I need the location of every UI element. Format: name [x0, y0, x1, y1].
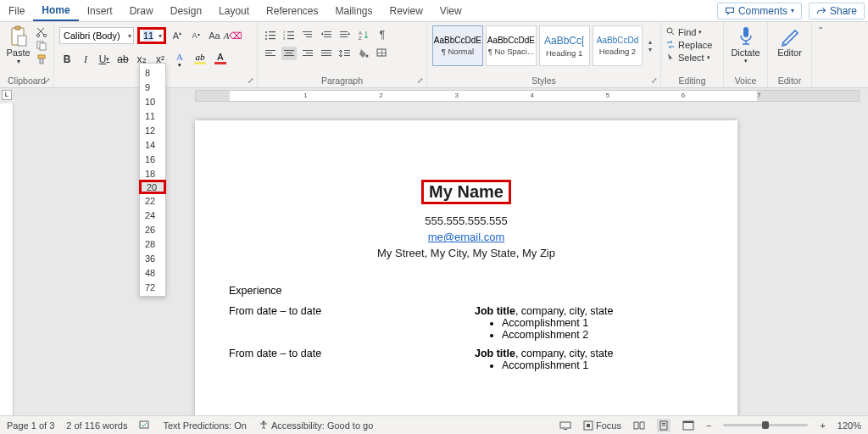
page[interactable]: My Name 555.555.555.555 me@email.com My …	[195, 120, 737, 415]
tab-review[interactable]: Review	[381, 2, 431, 20]
font-size-option-22[interactable]: 22	[140, 193, 165, 208]
multilevel-list-button[interactable]	[300, 28, 315, 42]
font-size-option-48[interactable]: 48	[140, 265, 165, 280]
cut-button[interactable]	[35, 26, 48, 38]
web-layout-button[interactable]	[682, 420, 694, 431]
decrease-indent-button[interactable]	[319, 28, 334, 42]
replace-button[interactable]: Replace	[666, 38, 718, 51]
select-button[interactable]: Select▾	[666, 51, 718, 64]
print-layout-button[interactable]	[657, 419, 670, 432]
styles-dialog-launcher[interactable]: ⤢	[651, 76, 658, 85]
font-size-option-26[interactable]: 26	[140, 222, 165, 236]
paragraph-dialog-launcher[interactable]: ⤢	[417, 76, 424, 85]
zoom-slider[interactable]	[723, 424, 808, 426]
font-size-option-8[interactable]: 8	[140, 65, 165, 80]
text-predictions-status[interactable]: Text Predictions: On	[163, 420, 246, 431]
font-color-button[interactable]: A	[212, 52, 229, 67]
font-size-option-10[interactable]: 10	[140, 94, 165, 108]
dictate-button[interactable]: Dictate▾	[726, 25, 765, 64]
paste-button[interactable]: Paste ▾	[5, 25, 31, 65]
doc-phone[interactable]: 555.555.555.555	[229, 214, 704, 227]
font-name-select[interactable]: Calibri (Body)▾	[59, 27, 134, 44]
experience-row[interactable]: From date – to dateJob title, company, c…	[229, 348, 704, 371]
collapse-ribbon-button[interactable]: ⌃	[817, 25, 824, 35]
font-dialog-launcher[interactable]: ⤢	[248, 76, 254, 85]
display-settings[interactable]	[559, 420, 571, 431]
font-size-dropdown[interactable]: 891011121416182022242628364872	[139, 63, 166, 297]
font-size-option-28[interactable]: 28	[140, 236, 165, 251]
font-size-option-14[interactable]: 14	[140, 137, 165, 152]
bullet-list-button[interactable]	[263, 28, 278, 42]
format-painter-button[interactable]	[35, 53, 48, 65]
clear-format-button[interactable]: A⌫	[225, 28, 241, 43]
justify-button[interactable]	[319, 47, 334, 60]
read-mode-button[interactable]	[633, 420, 645, 431]
style-heading1[interactable]: AaBbCc[Heading 1	[539, 25, 590, 66]
doc-email-link[interactable]: me@email.com	[428, 231, 505, 243]
tab-home[interactable]: Home	[33, 1, 78, 21]
font-size-option-36[interactable]: 36	[140, 251, 165, 265]
experience-dates[interactable]: From date – to date	[229, 305, 475, 341]
clipboard-dialog-launcher[interactable]: ⤢	[44, 76, 51, 85]
tab-layout[interactable]: Layout	[210, 2, 258, 20]
zoom-level[interactable]: 120%	[837, 420, 861, 431]
ruler-vertical[interactable]	[0, 103, 14, 415]
accomplishment-item[interactable]: Accomplishment 1	[502, 359, 613, 371]
font-size-option-9[interactable]: 9	[140, 80, 165, 94]
job-line[interactable]: Job title, company, city, state	[475, 305, 613, 317]
style-normal[interactable]: AaBbCcDdE¶ Normal	[432, 25, 483, 66]
style-no-spacing[interactable]: AaBbCcDdE¶ No Spaci...	[486, 25, 537, 66]
editor-button[interactable]: Editor	[770, 25, 810, 58]
font-size-select[interactable]: 11▾	[137, 27, 166, 44]
experience-heading[interactable]: Experience	[229, 285, 704, 297]
focus-mode-button[interactable]: Focus	[583, 420, 621, 431]
style-heading2[interactable]: AaBbCcDdHeading 2	[593, 25, 643, 66]
ruler-horizontal[interactable]: L 1234567	[0, 88, 868, 103]
underline-button[interactable]: U▾	[97, 52, 112, 67]
align-center-button[interactable]	[281, 47, 297, 60]
share-button[interactable]: Share	[809, 3, 865, 19]
tab-selector[interactable]: L	[2, 90, 12, 100]
highlight-button[interactable]: ab	[192, 52, 209, 67]
experience-row[interactable]: From date – to dateJob title, company, c…	[229, 305, 704, 341]
doc-name-heading[interactable]: My Name	[421, 180, 511, 204]
font-size-option-20[interactable]: 20	[139, 180, 166, 194]
job-line[interactable]: Job title, company, city, state	[475, 348, 613, 359]
italic-button[interactable]: I	[78, 52, 93, 67]
text-effects-button[interactable]: A▾	[171, 52, 188, 67]
find-button[interactable]: Find▾	[666, 25, 718, 38]
zoom-in-button[interactable]: +	[820, 420, 825, 431]
show-marks-button[interactable]: ¶	[375, 28, 390, 42]
increase-indent-button[interactable]	[337, 28, 353, 42]
experience-dates[interactable]: From date – to date	[229, 348, 475, 371]
page-indicator[interactable]: Page 1 of 3	[7, 420, 54, 431]
shading-button[interactable]	[356, 47, 371, 60]
tab-design[interactable]: Design	[162, 2, 210, 20]
tab-draw[interactable]: Draw	[121, 2, 162, 20]
font-size-option-12[interactable]: 12	[140, 123, 165, 137]
tab-view[interactable]: View	[431, 2, 470, 20]
change-case-button[interactable]: Aa	[207, 28, 222, 43]
sort-button[interactable]: AZ	[356, 28, 371, 42]
line-spacing-button[interactable]	[337, 47, 353, 60]
bold-button[interactable]: B	[59, 52, 75, 67]
shrink-font-button[interactable]: A▾	[188, 28, 203, 43]
accomplishment-item[interactable]: Accomplishment 2	[502, 329, 613, 341]
tab-mailings[interactable]: Mailings	[326, 2, 381, 20]
tab-insert[interactable]: Insert	[79, 2, 121, 20]
font-size-option-24[interactable]: 24	[140, 208, 165, 222]
tab-references[interactable]: References	[258, 2, 326, 20]
accessibility-status[interactable]: Accessibility: Good to go	[259, 420, 373, 431]
doc-address[interactable]: My Street, My City, My State, My Zip	[229, 247, 704, 259]
align-left-button[interactable]	[263, 47, 278, 60]
zoom-out-button[interactable]: −	[706, 420, 711, 431]
font-size-option-11[interactable]: 11	[140, 108, 165, 123]
font-size-option-18[interactable]: 18	[140, 166, 165, 181]
borders-button[interactable]	[375, 47, 390, 60]
align-right-button[interactable]	[300, 47, 315, 60]
strike-button[interactable]: ab	[115, 52, 131, 67]
grow-font-button[interactable]: A▴	[170, 28, 185, 43]
number-list-button[interactable]: 123	[281, 28, 297, 42]
spellcheck-status[interactable]	[139, 420, 151, 431]
font-size-option-16[interactable]: 16	[140, 152, 165, 166]
